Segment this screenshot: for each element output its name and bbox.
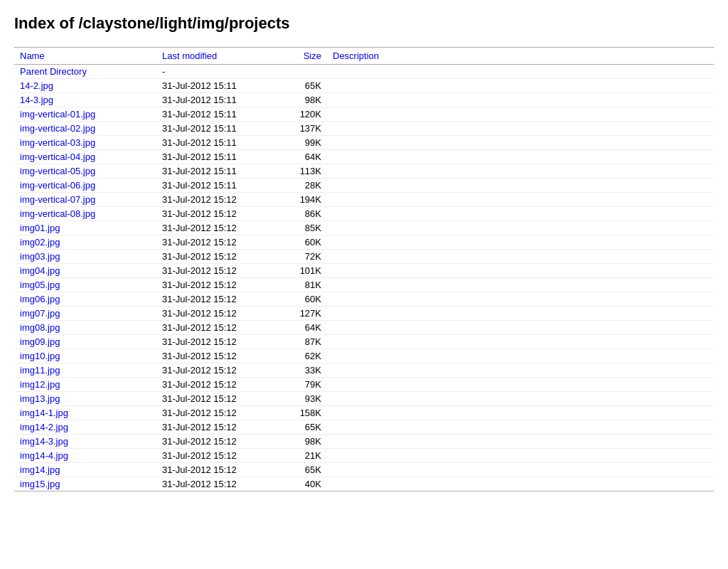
file-desc-cell	[327, 79, 714, 93]
file-size-cell: 85K	[284, 221, 327, 235]
file-size-cell: 60K	[284, 292, 327, 307]
table-row: img-vertical-07.jpg31-Jul-2012 15:12194K	[14, 193, 714, 207]
file-name-cell[interactable]: img08.jpg	[14, 321, 156, 335]
table-row: img13.jpg31-Jul-2012 15:1293K	[14, 392, 714, 406]
file-desc-cell	[327, 93, 714, 107]
page-title: Index of /claystone/light/img/projects	[14, 14, 714, 33]
column-header-size[interactable]: Size	[284, 48, 327, 65]
file-size-cell: 79K	[284, 378, 327, 392]
file-link[interactable]: img-vertical-06.jpg	[20, 180, 95, 191]
column-header-modified[interactable]: Last modified	[156, 48, 284, 65]
file-size-cell: 62K	[284, 349, 327, 363]
file-link[interactable]: 14-2.jpg	[20, 80, 53, 91]
file-link[interactable]: img11.jpg	[20, 365, 60, 376]
file-name-cell[interactable]: img-vertical-08.jpg	[14, 207, 156, 221]
file-size-cell: 21K	[284, 449, 327, 463]
file-link[interactable]: img12.jpg	[20, 379, 60, 390]
file-name-cell[interactable]: 14-2.jpg	[14, 79, 156, 93]
file-name-cell[interactable]: img14-4.jpg	[14, 449, 156, 463]
file-name-cell[interactable]: img-vertical-07.jpg	[14, 193, 156, 207]
file-size-cell: 158K	[284, 406, 327, 420]
file-name-cell[interactable]: img09.jpg	[14, 335, 156, 349]
file-name-cell[interactable]: img01.jpg	[14, 221, 156, 235]
file-desc-cell	[327, 363, 714, 378]
parent-directory-cell[interactable]: Parent Directory	[14, 65, 156, 79]
file-modified-cell: 31-Jul-2012 15:11	[156, 79, 284, 93]
file-name-cell[interactable]: img14-1.jpg	[14, 406, 156, 420]
file-link[interactable]: img02.jpg	[20, 237, 60, 248]
file-size-cell: 60K	[284, 235, 327, 250]
file-link[interactable]: img14.jpg	[20, 464, 60, 475]
file-name-cell[interactable]: img04.jpg	[14, 264, 156, 278]
table-row: img10.jpg31-Jul-2012 15:1262K	[14, 349, 714, 363]
file-link[interactable]: img13.jpg	[20, 393, 60, 404]
file-link[interactable]: img-vertical-08.jpg	[20, 208, 95, 219]
file-name-cell[interactable]: 14-3.jpg	[14, 93, 156, 107]
file-link[interactable]: img14-4.jpg	[20, 450, 68, 461]
parent-directory-link[interactable]: Parent Directory	[20, 66, 87, 77]
parent-size-cell	[284, 65, 327, 79]
file-name-cell[interactable]: img12.jpg	[14, 378, 156, 392]
file-name-cell[interactable]: img02.jpg	[14, 235, 156, 250]
file-link[interactable]: img09.jpg	[20, 336, 60, 347]
file-link[interactable]: img-vertical-03.jpg	[20, 137, 95, 148]
file-link[interactable]: img-vertical-04.jpg	[20, 151, 95, 162]
table-row: img12.jpg31-Jul-2012 15:1279K	[14, 378, 714, 392]
file-link[interactable]: img03.jpg	[20, 251, 60, 262]
file-name-cell[interactable]: img05.jpg	[14, 278, 156, 292]
file-name-cell[interactable]: img-vertical-03.jpg	[14, 136, 156, 150]
file-name-cell[interactable]: img13.jpg	[14, 392, 156, 406]
file-link[interactable]: img05.jpg	[20, 280, 60, 290]
modified-sort-link[interactable]: Last modified	[162, 50, 217, 61]
file-link[interactable]: img04.jpg	[20, 265, 60, 276]
file-link[interactable]: img14-1.jpg	[20, 408, 68, 418]
file-name-cell[interactable]: img11.jpg	[14, 363, 156, 378]
file-link[interactable]: 14-3.jpg	[20, 95, 53, 105]
file-link[interactable]: img06.jpg	[20, 294, 60, 304]
file-link[interactable]: img14-2.jpg	[20, 422, 68, 432]
file-name-cell[interactable]: img14-3.jpg	[14, 435, 156, 449]
file-name-cell[interactable]: img07.jpg	[14, 307, 156, 321]
file-modified-cell: 31-Jul-2012 15:12	[156, 235, 284, 250]
column-header-description[interactable]: Description	[327, 48, 714, 65]
file-link[interactable]: img-vertical-07.jpg	[20, 194, 95, 205]
file-name-cell[interactable]: img-vertical-01.jpg	[14, 107, 156, 122]
file-link[interactable]: img-vertical-05.jpg	[20, 166, 95, 176]
size-sort-link[interactable]: Size	[304, 50, 321, 61]
file-name-cell[interactable]: img14.jpg	[14, 463, 156, 477]
file-desc-cell	[327, 278, 714, 292]
table-row: img11.jpg31-Jul-2012 15:1233K	[14, 363, 714, 378]
file-modified-cell: 31-Jul-2012 15:11	[156, 179, 284, 193]
parent-directory-row: Parent Directory -	[14, 65, 714, 79]
file-link[interactable]: img07.jpg	[20, 308, 60, 319]
column-header-name[interactable]: Name	[14, 48, 156, 65]
file-link[interactable]: img14-3.jpg	[20, 436, 68, 447]
file-name-cell[interactable]: img14-2.jpg	[14, 420, 156, 435]
file-name-cell[interactable]: img06.jpg	[14, 292, 156, 307]
table-row: img07.jpg31-Jul-2012 15:12127K	[14, 307, 714, 321]
file-link[interactable]: img-vertical-02.jpg	[20, 123, 95, 134]
table-row: img14-3.jpg31-Jul-2012 15:1298K	[14, 435, 714, 449]
file-desc-cell	[327, 321, 714, 335]
file-name-cell[interactable]: img10.jpg	[14, 349, 156, 363]
table-row: img15.jpg31-Jul-2012 15:1240K	[14, 477, 714, 491]
file-name-cell[interactable]: img-vertical-02.jpg	[14, 122, 156, 136]
file-link[interactable]: img10.jpg	[20, 351, 60, 361]
file-name-cell[interactable]: img-vertical-05.jpg	[14, 164, 156, 179]
name-sort-link[interactable]: Name	[20, 50, 45, 61]
table-row: img02.jpg31-Jul-2012 15:1260K	[14, 235, 714, 250]
file-modified-cell: 31-Jul-2012 15:11	[156, 122, 284, 136]
file-name-cell[interactable]: img15.jpg	[14, 477, 156, 491]
file-name-cell[interactable]: img-vertical-04.jpg	[14, 150, 156, 164]
file-size-cell: 65K	[284, 420, 327, 435]
table-row: img-vertical-02.jpg31-Jul-2012 15:11137K	[14, 122, 714, 136]
file-link[interactable]: img15.jpg	[20, 479, 60, 489]
file-name-cell[interactable]: img-vertical-06.jpg	[14, 179, 156, 193]
file-modified-cell: 31-Jul-2012 15:11	[156, 107, 284, 122]
file-link[interactable]: img08.jpg	[20, 322, 60, 333]
description-sort-link[interactable]: Description	[333, 50, 379, 61]
file-link[interactable]: img01.jpg	[20, 223, 60, 233]
file-size-cell: 99K	[284, 136, 327, 150]
file-name-cell[interactable]: img03.jpg	[14, 250, 156, 264]
file-link[interactable]: img-vertical-01.jpg	[20, 109, 95, 119]
